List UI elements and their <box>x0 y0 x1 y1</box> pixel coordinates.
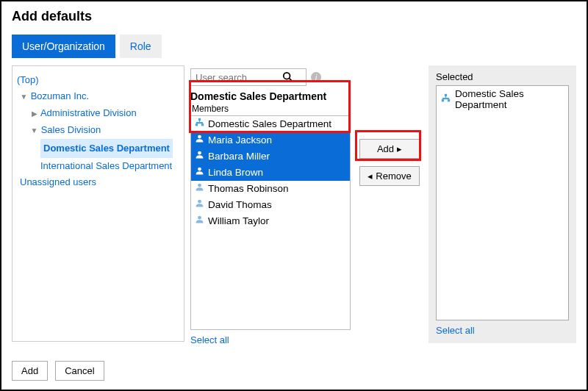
transfer-buttons: Add ▸ ◂ Remove <box>356 65 423 345</box>
tree-top[interactable]: (Top) <box>17 74 39 85</box>
tree-company[interactable]: Bozuman Inc. <box>31 90 90 101</box>
list-item[interactable]: William Taylor <box>191 213 350 229</box>
org-icon <box>195 118 204 131</box>
tree-admin-division[interactable]: Administrative Division <box>40 107 137 118</box>
selected-title: Selected <box>436 71 569 82</box>
remove-button-label: Remove <box>376 171 411 182</box>
toggle-icon[interactable]: ▶ <box>30 106 38 122</box>
toggle-icon[interactable]: ▼ <box>30 123 38 139</box>
list-item[interactable]: Maria Jackson <box>191 132 350 148</box>
member-list-heading: Domestic Sales Department <box>190 90 351 102</box>
search-input[interactable] <box>194 70 282 85</box>
tab-role[interactable]: Role <box>120 35 162 58</box>
member-name: Thomas Robinson <box>208 182 289 196</box>
list-item[interactable]: Domestic Sales Department <box>437 86 568 112</box>
select-all-members[interactable]: Select all <box>190 334 351 345</box>
footer-buttons: Add Cancel <box>12 361 104 381</box>
selected-panel: Selected Domestic Sales Department Selec… <box>429 65 576 343</box>
svg-rect-5 <box>445 94 447 96</box>
tree-unassigned[interactable]: Unassigned users <box>20 176 96 187</box>
add-button[interactable]: Add ▸ <box>359 139 420 159</box>
member-name: William Taylor <box>208 215 269 228</box>
toggle-icon[interactable]: ▼ <box>20 89 28 105</box>
tabs: User/Organization Role <box>12 35 576 58</box>
tree-domestic-sales[interactable]: Domestic Sales Department <box>40 139 173 158</box>
page-title: Add defaults <box>12 9 576 24</box>
member-name: David Thomas <box>208 198 272 212</box>
member-name: Domestic Sales Department <box>208 118 331 131</box>
person-icon <box>195 182 204 196</box>
org-tree: (Top) ▼ Bozuman Inc. ▶ Administrative Di… <box>12 65 184 342</box>
list-item[interactable]: Linda Brown <box>191 165 350 181</box>
footer-cancel-button[interactable]: Cancel <box>55 361 104 381</box>
person-icon <box>195 166 204 179</box>
search-input-wrap[interactable] <box>190 68 306 86</box>
members-list: Domestic Sales DepartmentMaria JacksonBa… <box>190 115 351 330</box>
list-item[interactable]: Domestic Sales Department <box>191 116 350 132</box>
svg-rect-2 <box>198 118 201 121</box>
member-picker: i Domestic Sales Department Members Dome… <box>190 65 351 345</box>
svg-rect-7 <box>448 99 450 101</box>
person-icon <box>195 150 204 163</box>
member-name: Linda Brown <box>208 166 263 179</box>
remove-button[interactable]: ◂ Remove <box>359 166 420 186</box>
org-icon <box>441 93 451 105</box>
person-icon <box>195 215 204 228</box>
member-name: Barbara Miller <box>208 150 270 163</box>
chevron-left-icon: ◂ <box>368 171 373 182</box>
person-icon <box>195 198 204 212</box>
search-icon[interactable] <box>282 71 293 84</box>
add-button-label: Add <box>377 143 394 154</box>
selected-name: Domestic Sales Department <box>455 88 564 110</box>
list-item[interactable]: David Thomas <box>191 197 350 213</box>
tree-international-sales[interactable]: International Sales Department <box>40 160 172 171</box>
tab-user-organization[interactable]: User/Organization <box>12 35 115 58</box>
list-item[interactable]: Barbara Miller <box>191 148 350 165</box>
list-item[interactable]: Thomas Robinson <box>191 181 350 197</box>
svg-rect-6 <box>442 99 444 101</box>
select-all-selected[interactable]: Select all <box>436 325 569 336</box>
selected-list: Domestic Sales Department <box>436 85 569 320</box>
person-icon <box>195 134 204 147</box>
footer-add-button[interactable]: Add <box>12 361 48 381</box>
member-name: Maria Jackson <box>208 134 272 147</box>
svg-line-1 <box>290 78 293 81</box>
info-icon[interactable]: i <box>311 72 321 82</box>
members-label: Members <box>190 104 351 114</box>
chevron-right-icon: ▸ <box>397 143 402 154</box>
svg-rect-3 <box>196 123 198 126</box>
svg-point-0 <box>284 72 290 79</box>
svg-rect-4 <box>201 123 204 126</box>
tree-sales-division[interactable]: Sales Division <box>41 124 101 135</box>
